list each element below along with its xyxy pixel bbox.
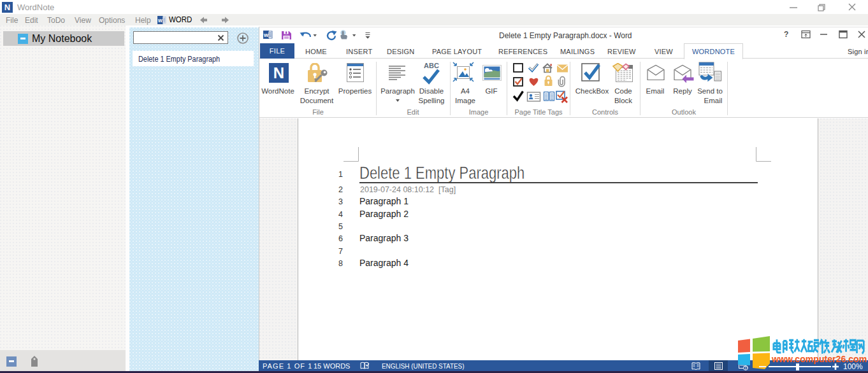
svg-text:?: ? — [784, 30, 788, 39]
svg-text:w: w — [157, 17, 163, 24]
svg-text:w: w — [263, 32, 269, 38]
